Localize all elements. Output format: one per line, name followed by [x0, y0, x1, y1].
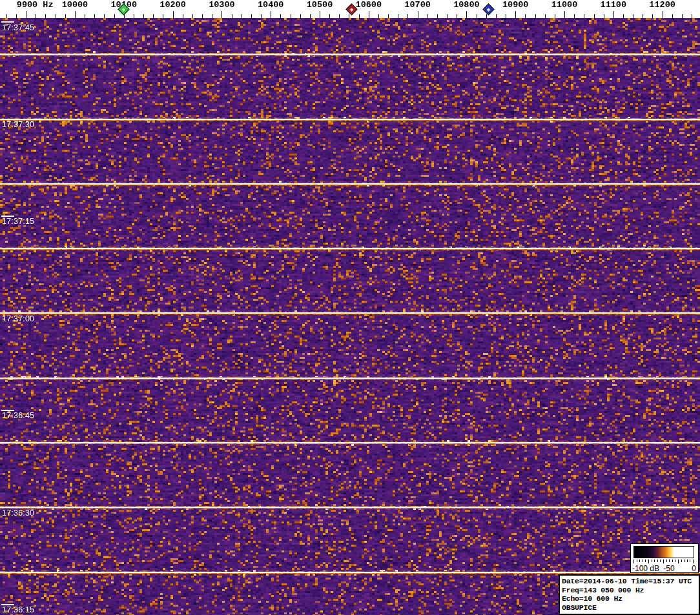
colorbar-tick	[633, 560, 634, 563]
time-label: 17:37:45	[2, 23, 34, 32]
freq-tick-label: 11200	[649, 0, 675, 10]
info-echo: Echo=10 600 Hz	[562, 594, 697, 603]
colorbar-tick	[684, 560, 685, 562]
freq-tick-label: 10300	[209, 0, 235, 10]
spectrogram-waterfall[interactable]	[0, 18, 700, 615]
freq-tick-label: 10500	[307, 0, 333, 10]
blue-marker-center-dot	[487, 7, 491, 11]
colorbar-tick	[681, 560, 682, 562]
colorbar-tick	[643, 560, 643, 562]
colorbar-tick	[645, 560, 646, 562]
colorbar-tick	[669, 560, 670, 562]
colorbar-tick	[678, 560, 679, 563]
info-box: Date=2014-06-10 Time=15:37 UTC Freq=143 …	[559, 574, 700, 615]
colorbar-tick	[654, 560, 655, 562]
info-frequency: Freq=143 050 000 Hz	[562, 586, 697, 595]
colorbar-tick	[652, 560, 652, 562]
time-label: 17:36:30	[2, 509, 34, 518]
colorbar-tick	[637, 560, 637, 562]
red-marker-center-dot	[349, 7, 353, 11]
colorbar-gradient	[633, 546, 694, 558]
green-marker-center-dot	[122, 7, 126, 11]
time-label: 17:37:00	[2, 314, 34, 323]
freq-tick-label: 9900 Hz	[17, 0, 54, 10]
colorbar-label-min: -100 dB	[632, 564, 659, 573]
colorbar-legend: -100 dB -50 0	[630, 543, 699, 573]
info-date-time: Date=2014-06-10 Time=15:37 UTC	[562, 577, 697, 586]
colorbar-tick	[639, 560, 640, 562]
colorbar-tick	[693, 560, 694, 563]
time-label: 17:36:15	[2, 605, 34, 614]
freq-tick-label: 10000	[62, 0, 88, 10]
colorbar-tick	[687, 560, 688, 562]
colorbar-tick	[690, 560, 690, 562]
colorbar-tick	[666, 560, 667, 562]
freq-tick-label: 10600	[356, 0, 382, 10]
freq-tick-label: 10900	[502, 0, 529, 10]
time-label: 17:36:45	[2, 411, 34, 420]
colorbar-label-mid: -50	[663, 564, 674, 573]
freq-tick-label: 10200	[160, 0, 186, 10]
colorbar-tick	[660, 560, 661, 562]
colorbar-tick	[663, 560, 664, 563]
spectrogram-app: { "chart_data": { "type": "heatmap", "de…	[0, 0, 700, 615]
freq-tick-label: 11100	[601, 0, 627, 10]
freq-tick-label: 11000	[551, 0, 578, 10]
freq-tick-label: 10400	[258, 0, 284, 10]
colorbar-label-max: 0	[692, 564, 696, 573]
time-label: 17:37:15	[2, 217, 34, 226]
info-station: OBSUPICE	[562, 603, 697, 612]
colorbar-tick	[648, 560, 649, 563]
freq-tick-label: 10800	[453, 0, 480, 10]
freq-tick-label: 10700	[404, 0, 431, 10]
colorbar-tick	[675, 560, 675, 562]
colorbar-tick	[672, 560, 673, 562]
colorbar-tick	[657, 560, 658, 562]
time-label: 17:37:30	[2, 120, 34, 129]
